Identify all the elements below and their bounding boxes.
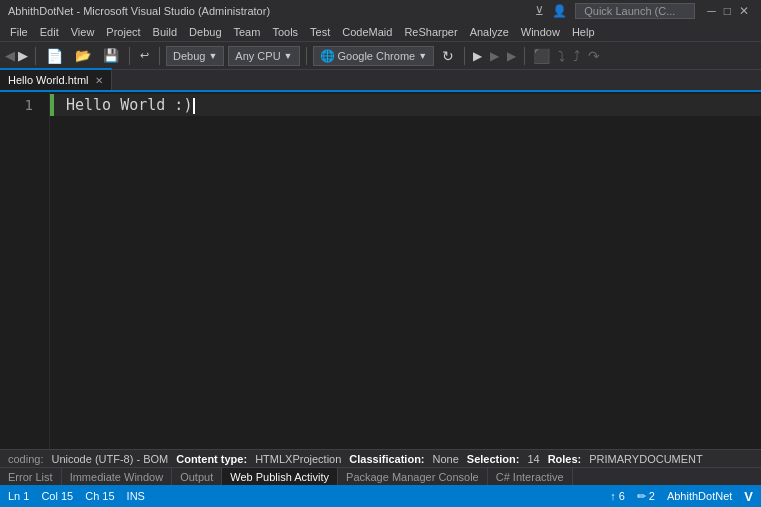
- title-bar: AbhithDotNet - Microsoft Visual Studio (…: [0, 0, 761, 22]
- toolbar-sep-2: [129, 47, 130, 65]
- bottom-tab-output[interactable]: Output: [172, 468, 222, 486]
- bottom-tab-web-publish[interactable]: Web Publish Activity: [222, 468, 338, 486]
- step-over-btn[interactable]: ↷: [586, 48, 602, 64]
- menu-file[interactable]: File: [4, 22, 34, 41]
- cpu-chevron: ▼: [284, 51, 293, 61]
- bottom-tabs: Error List Immediate Window Output Web P…: [0, 467, 761, 485]
- browser-chevron: ▼: [418, 51, 427, 61]
- tab-bar: Hello World.html ✕: [0, 70, 761, 92]
- stop-btn[interactable]: ⬛: [531, 48, 552, 64]
- nav-forward[interactable]: ▶: [17, 48, 29, 63]
- roles-value: PRIMARYDOCUMENT: [589, 453, 702, 465]
- menu-bar: File Edit View Project Build Debug Team …: [0, 22, 761, 42]
- window-minimize[interactable]: ─: [703, 4, 720, 18]
- cpu-label: Any CPU: [235, 50, 280, 62]
- status-bar: Ln 1 Col 15 Ch 15 INS ↑ 6 ✏ 2 AbhithDotN…: [0, 485, 761, 507]
- menu-codemaid[interactable]: CodeMaid: [336, 22, 398, 41]
- menu-help[interactable]: Help: [566, 22, 601, 41]
- menu-analyze[interactable]: Analyze: [464, 22, 515, 41]
- filter-icon[interactable]: ⊻: [535, 4, 544, 18]
- line-number-1: 1: [10, 94, 41, 116]
- debug-chevron: ▼: [208, 51, 217, 61]
- encoding-value: Unicode (UTF-8) - BOM: [51, 453, 168, 465]
- toolbar-open[interactable]: 📂: [71, 46, 95, 65]
- play-btn-3[interactable]: ▶: [505, 49, 518, 63]
- menu-team[interactable]: Team: [228, 22, 267, 41]
- debug-dropdown[interactable]: Debug ▼: [166, 46, 224, 66]
- status-pencil-item: ✏ 2: [637, 490, 655, 503]
- toolbar-sep-5: [464, 47, 465, 65]
- content-type-label: Content type:: [176, 453, 247, 465]
- toolbar-refresh[interactable]: ↻: [438, 46, 458, 66]
- menu-edit[interactable]: Edit: [34, 22, 65, 41]
- pencil-icon: ✏: [637, 490, 646, 503]
- nav-back[interactable]: ◀: [4, 48, 16, 63]
- window-close[interactable]: ✕: [735, 4, 753, 18]
- encoding-prefix: coding:: [8, 453, 43, 465]
- status-ins-label: INS: [127, 490, 145, 502]
- quick-launch[interactable]: Quick Launch (C...: [575, 3, 695, 19]
- toolbar: ◀ ▶ 📄 📂 💾 ↩ Debug ▼ Any CPU ▼ 🌐 Google C…: [0, 42, 761, 70]
- play-btn-1[interactable]: ▶: [471, 49, 484, 63]
- status-line-count: 6: [619, 490, 625, 502]
- status-col-label: Col 15: [41, 490, 73, 502]
- status-up-arrow: ↑: [610, 490, 616, 502]
- menu-debug[interactable]: Debug: [183, 22, 227, 41]
- classification-value: None: [433, 453, 459, 465]
- selection-value: 14: [527, 453, 539, 465]
- toolbar-sep-4: [306, 47, 307, 65]
- bottom-tab-package-manager[interactable]: Package Manager Console: [338, 468, 488, 486]
- step-btn[interactable]: ⤵: [556, 48, 567, 64]
- tab-label: Hello World.html: [8, 74, 89, 86]
- browser-icon: 🌐: [320, 49, 335, 63]
- encoding-bar: coding: Unicode (UTF-8) - BOM Content ty…: [0, 449, 761, 467]
- browser-dropdown[interactable]: 🌐 Google Chrome ▼: [313, 46, 435, 66]
- title-bar-text: AbhithDotNet - Microsoft Visual Studio (…: [8, 5, 535, 17]
- toolbar-new-file[interactable]: 📄: [42, 46, 67, 66]
- classification-label: Classification:: [349, 453, 424, 465]
- status-edit-count: 2: [649, 490, 655, 502]
- menu-project[interactable]: Project: [100, 22, 146, 41]
- status-line[interactable]: Ln 1: [8, 490, 29, 502]
- menu-view[interactable]: View: [65, 22, 101, 41]
- line-change-indicator: [50, 94, 54, 116]
- editor-area: 1 Hello World :): [0, 92, 761, 449]
- status-user[interactable]: AbhithDotNet: [667, 490, 732, 502]
- bottom-tab-immediate[interactable]: Immediate Window: [62, 468, 173, 486]
- bottom-tab-csharp[interactable]: C# Interactive: [488, 468, 573, 486]
- status-vs-icon: V: [744, 489, 753, 504]
- play-btn-2[interactable]: ▶: [488, 49, 501, 63]
- menu-build[interactable]: Build: [147, 22, 183, 41]
- toolbar-save[interactable]: 💾: [99, 46, 123, 65]
- vs-logo: V: [744, 489, 753, 504]
- tab-close-btn[interactable]: ✕: [95, 75, 103, 86]
- browser-label: Google Chrome: [338, 50, 416, 62]
- menu-resharper[interactable]: ReSharper: [398, 22, 463, 41]
- code-line-1: Hello World :): [50, 94, 761, 116]
- menu-test[interactable]: Test: [304, 22, 336, 41]
- line-numbers: 1: [0, 92, 50, 449]
- toolbar-sep-1: [35, 47, 36, 65]
- editor-content[interactable]: Hello World :): [50, 92, 761, 449]
- bottom-tab-error-list[interactable]: Error List: [0, 468, 62, 486]
- selection-label: Selection:: [467, 453, 520, 465]
- menu-tools[interactable]: Tools: [266, 22, 304, 41]
- status-col[interactable]: Col 15: [41, 490, 73, 502]
- cpu-dropdown[interactable]: Any CPU ▼: [228, 46, 299, 66]
- cursor: [193, 98, 195, 114]
- status-line-label: Ln 1: [8, 490, 29, 502]
- menu-window[interactable]: Window: [515, 22, 566, 41]
- content-type-value: HTMLXProjection: [255, 453, 341, 465]
- status-ins: INS: [127, 490, 145, 502]
- window-maximize[interactable]: □: [720, 4, 735, 18]
- user-icon[interactable]: 👤: [552, 4, 567, 18]
- code-text-1: Hello World :): [58, 96, 195, 114]
- step-out-btn[interactable]: ⤴: [571, 48, 582, 64]
- status-ch[interactable]: Ch 15: [85, 490, 114, 502]
- toolbar-undo[interactable]: ↩: [136, 47, 153, 64]
- status-ch-label: Ch 15: [85, 490, 114, 502]
- nav-arrows: ◀ ▶: [4, 48, 29, 63]
- toolbar-sep-3: [159, 47, 160, 65]
- app-window: AbhithDotNet - Microsoft Visual Studio (…: [0, 0, 761, 507]
- active-tab[interactable]: Hello World.html ✕: [0, 68, 112, 90]
